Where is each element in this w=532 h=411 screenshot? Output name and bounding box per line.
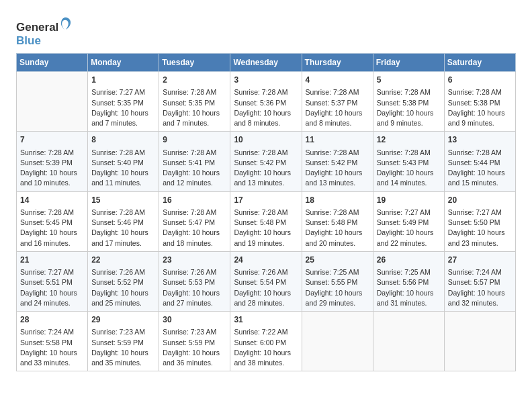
calendar-cell: 28Sunrise: 7:24 AMSunset: 5:58 PMDayligh…	[17, 312, 88, 371]
day-number: 8	[91, 134, 155, 146]
calendar-cell: 21Sunrise: 7:27 AMSunset: 5:51 PMDayligh…	[17, 251, 88, 311]
cell-content: Sunrise: 7:26 AMSunset: 5:52 PMDaylight:…	[91, 267, 155, 308]
calendar-cell: 20Sunrise: 7:27 AMSunset: 5:50 PMDayligh…	[444, 191, 515, 251]
cell-content: Sunrise: 7:27 AMSunset: 5:50 PMDaylight:…	[448, 208, 512, 248]
calendar-cell	[17, 72, 88, 132]
header: General Blue	[16, 13, 516, 48]
calendar-cell: 1Sunrise: 7:27 AMSunset: 5:35 PMDaylight…	[88, 72, 159, 132]
cell-content: Sunrise: 7:23 AMSunset: 5:59 PMDaylight:…	[163, 327, 226, 368]
calendar-cell: 12Sunrise: 7:28 AMSunset: 5:43 PMDayligh…	[373, 132, 444, 191]
day-number: 25	[306, 255, 369, 266]
day-number: 15	[91, 195, 155, 206]
calendar-cell: 18Sunrise: 7:28 AMSunset: 5:48 PMDayligh…	[302, 191, 373, 251]
day-number: 20	[448, 195, 512, 206]
day-number: 11	[306, 134, 369, 146]
calendar-cell: 24Sunrise: 7:26 AMSunset: 5:54 PMDayligh…	[230, 251, 302, 311]
cell-content: Sunrise: 7:24 AMSunset: 5:57 PMDaylight:…	[448, 267, 512, 308]
day-number: 22	[91, 255, 155, 266]
day-number: 7	[20, 134, 84, 146]
cell-content: Sunrise: 7:28 AMSunset: 5:42 PMDaylight:…	[306, 148, 369, 189]
header-friday: Friday	[373, 54, 444, 72]
calendar-week-5: 28Sunrise: 7:24 AMSunset: 5:58 PMDayligh…	[17, 312, 516, 371]
cell-content: Sunrise: 7:24 AMSunset: 5:58 PMDaylight:…	[20, 327, 84, 368]
calendar-table: SundayMondayTuesdayWednesdayThursdayFrid…	[16, 53, 516, 371]
day-number: 5	[377, 75, 441, 86]
logo-blue: Blue	[16, 34, 41, 47]
header-sunday: Sunday	[17, 54, 88, 72]
day-number: 23	[163, 255, 226, 266]
day-number: 10	[234, 134, 298, 146]
day-number: 29	[91, 314, 155, 326]
calendar-week-1: 1Sunrise: 7:27 AMSunset: 5:35 PMDaylight…	[17, 72, 516, 132]
day-number: 13	[448, 134, 512, 146]
calendar-cell: 14Sunrise: 7:28 AMSunset: 5:45 PMDayligh…	[17, 191, 88, 251]
calendar-cell: 13Sunrise: 7:28 AMSunset: 5:44 PMDayligh…	[444, 132, 515, 191]
calendar-cell: 29Sunrise: 7:23 AMSunset: 5:59 PMDayligh…	[88, 312, 159, 371]
calendar-cell: 27Sunrise: 7:24 AMSunset: 5:57 PMDayligh…	[444, 251, 515, 311]
logo-bird-icon	[60, 16, 72, 31]
calendar-cell: 31Sunrise: 7:22 AMSunset: 6:00 PMDayligh…	[230, 312, 302, 371]
cell-content: Sunrise: 7:25 AMSunset: 5:56 PMDaylight:…	[377, 267, 441, 308]
logo: General Blue	[16, 16, 73, 48]
calendar-cell	[444, 312, 515, 371]
day-number: 26	[377, 255, 441, 266]
day-number: 28	[20, 314, 84, 326]
day-number: 4	[306, 75, 369, 86]
logo-general: General	[16, 21, 58, 34]
cell-content: Sunrise: 7:28 AMSunset: 5:48 PMDaylight:…	[306, 208, 369, 248]
cell-content: Sunrise: 7:28 AMSunset: 5:39 PMDaylight:…	[20, 148, 84, 189]
cell-content: Sunrise: 7:22 AMSunset: 6:00 PMDaylight:…	[234, 327, 298, 368]
calendar-cell: 6Sunrise: 7:28 AMSunset: 5:38 PMDaylight…	[444, 72, 515, 132]
day-number: 6	[448, 75, 512, 86]
day-number: 9	[163, 134, 226, 146]
cell-content: Sunrise: 7:28 AMSunset: 5:35 PMDaylight:…	[163, 87, 226, 128]
day-number: 30	[163, 314, 226, 326]
cell-content: Sunrise: 7:28 AMSunset: 5:48 PMDaylight:…	[234, 208, 298, 248]
calendar-week-3: 14Sunrise: 7:28 AMSunset: 5:45 PMDayligh…	[17, 191, 516, 251]
calendar-cell: 7Sunrise: 7:28 AMSunset: 5:39 PMDaylight…	[17, 132, 88, 191]
calendar-header-row: SundayMondayTuesdayWednesdayThursdayFrid…	[17, 54, 516, 72]
day-number: 21	[20, 255, 84, 266]
cell-content: Sunrise: 7:28 AMSunset: 5:37 PMDaylight:…	[306, 87, 369, 128]
day-number: 24	[234, 255, 298, 266]
calendar-cell: 15Sunrise: 7:28 AMSunset: 5:46 PMDayligh…	[88, 191, 159, 251]
cell-content: Sunrise: 7:28 AMSunset: 5:38 PMDaylight:…	[448, 87, 512, 128]
day-number: 18	[306, 195, 369, 206]
cell-content: Sunrise: 7:28 AMSunset: 5:38 PMDaylight:…	[377, 87, 441, 128]
calendar-cell: 9Sunrise: 7:28 AMSunset: 5:41 PMDaylight…	[159, 132, 230, 191]
cell-content: Sunrise: 7:28 AMSunset: 5:36 PMDaylight:…	[234, 87, 298, 128]
cell-content: Sunrise: 7:28 AMSunset: 5:46 PMDaylight:…	[91, 208, 155, 248]
cell-content: Sunrise: 7:27 AMSunset: 5:51 PMDaylight:…	[20, 267, 84, 308]
cell-content: Sunrise: 7:26 AMSunset: 5:54 PMDaylight:…	[234, 267, 298, 308]
cell-content: Sunrise: 7:28 AMSunset: 5:47 PMDaylight:…	[163, 208, 226, 248]
calendar-cell: 19Sunrise: 7:27 AMSunset: 5:49 PMDayligh…	[373, 191, 444, 251]
day-number: 2	[163, 75, 226, 86]
calendar-cell: 11Sunrise: 7:28 AMSunset: 5:42 PMDayligh…	[302, 132, 373, 191]
cell-content: Sunrise: 7:28 AMSunset: 5:43 PMDaylight:…	[377, 148, 441, 189]
calendar-cell: 8Sunrise: 7:28 AMSunset: 5:40 PMDaylight…	[88, 132, 159, 191]
calendar-week-2: 7Sunrise: 7:28 AMSunset: 5:39 PMDaylight…	[17, 132, 516, 191]
calendar-cell: 17Sunrise: 7:28 AMSunset: 5:48 PMDayligh…	[230, 191, 302, 251]
cell-content: Sunrise: 7:28 AMSunset: 5:42 PMDaylight:…	[234, 148, 298, 189]
calendar-cell: 23Sunrise: 7:26 AMSunset: 5:53 PMDayligh…	[159, 251, 230, 311]
header-wednesday: Wednesday	[230, 54, 302, 72]
header-thursday: Thursday	[302, 54, 373, 72]
day-number: 1	[91, 75, 155, 86]
calendar-cell	[302, 312, 373, 371]
calendar-body: 1Sunrise: 7:27 AMSunset: 5:35 PMDaylight…	[17, 72, 516, 371]
day-number: 12	[377, 134, 441, 146]
day-number: 17	[234, 195, 298, 206]
cell-content: Sunrise: 7:26 AMSunset: 5:53 PMDaylight:…	[163, 267, 226, 308]
calendar-cell	[373, 312, 444, 371]
calendar-cell: 16Sunrise: 7:28 AMSunset: 5:47 PMDayligh…	[159, 191, 230, 251]
day-number: 19	[377, 195, 441, 206]
header-tuesday: Tuesday	[159, 54, 230, 72]
calendar-cell: 30Sunrise: 7:23 AMSunset: 5:59 PMDayligh…	[159, 312, 230, 371]
day-number: 16	[163, 195, 226, 206]
day-number: 27	[448, 255, 512, 266]
calendar-cell: 10Sunrise: 7:28 AMSunset: 5:42 PMDayligh…	[230, 132, 302, 191]
cell-content: Sunrise: 7:23 AMSunset: 5:59 PMDaylight:…	[91, 327, 155, 368]
day-number: 31	[234, 314, 298, 326]
calendar-cell: 4Sunrise: 7:28 AMSunset: 5:37 PMDaylight…	[302, 72, 373, 132]
day-number: 14	[20, 195, 84, 206]
